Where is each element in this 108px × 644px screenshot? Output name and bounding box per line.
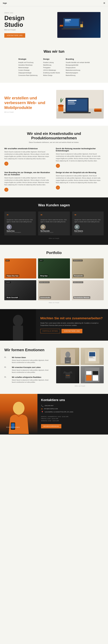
portfolio-item-6[interactable]: WEB-DESIGN Persönliche Website (72, 280, 104, 300)
portfolio-item-1[interactable]: APP Happy Day-App (4, 258, 36, 278)
svg-text:Fashion: Fashion (66, 361, 70, 362)
services-title: Was wir tun (4, 49, 104, 54)
portfolio-item-5[interactable]: WEB-DESIGN Innensstudio (38, 280, 70, 300)
svg-line-10 (82, 21, 82, 24)
erstellen-text: Wir erstellen und verbessern Web- und Mo… (4, 96, 52, 113)
formen-step-3: 03. Wir schaffen erfolgreiche Realitäten… (4, 376, 52, 383)
svg-rect-12 (60, 25, 63, 26)
cta-text: Simple Text. Lorem ipsum dolor sit amet,… (40, 322, 104, 326)
svg-rect-4 (65, 20, 71, 20)
svg-rect-24 (63, 112, 91, 113)
portfolio-thumb-4: SHOP Mode Geschäft (4, 280, 36, 300)
kreativ-item-1: Wir erschaffen emotionale Erlebnisse Sit… (4, 148, 52, 168)
portfolio-name-2: Berg-App (39, 274, 48, 277)
contact-address: 📍 ALEJANDRIN, S1 MANHATTAN-STR.,STL 2103… (41, 411, 104, 413)
svg-rect-28 (94, 110, 101, 111)
contact-person-svg: We are a Web Design Agency (0, 394, 37, 434)
cta-contact-button[interactable]: KONTAKTIERE UNS (62, 329, 82, 333)
svg-line-9 (81, 21, 81, 24)
avatar-nat: N (40, 224, 46, 230)
portfolio-label-3: WEBDESIGN (73, 260, 83, 262)
service-col-branding-list: Visuelle Identität und verbale Identität… (66, 62, 90, 76)
list-item: Markenkennzeichnung (66, 69, 90, 71)
svg-rect-20 (68, 100, 76, 101)
list-item: Visuelle Identität und verbale Identität (66, 62, 90, 64)
navigation: logo ≡ (0, 0, 108, 6)
svg-rect-14 (60, 26, 63, 27)
portfolio-thumb-3: WEBDESIGN Rezeptseite (72, 258, 104, 278)
svg-rect-48 (93, 375, 98, 381)
directions-button[interactable]: WEGBESCHREIBUNG (41, 424, 61, 428)
portfolio-label-1: APP (6, 260, 10, 262)
portfolio-grid: APP Happy Day-App APP Berg-App WEBDESIGN… (4, 258, 104, 300)
step-text-3: Sitzem faucet ut placerat et nulla portt… (12, 379, 52, 383)
erstellen-image (56, 90, 104, 118)
erstellen-title: Wir erstellen und verbessern Web- und Mo… (4, 96, 52, 110)
step-content-1: Wir formen Ideen Sitzem faucet ut placer… (12, 356, 52, 364)
quote-icon-3: " (74, 214, 101, 218)
portfolio-label-5: WEB-DESIGN (39, 281, 49, 283)
list-item: Conversion-Rate-Optimierung (18, 74, 37, 76)
svg-rect-6 (65, 22, 70, 22)
kreativ-subtitle: Diese Grundwerte definieren, wer wir sin… (4, 142, 104, 143)
cta-image (0, 309, 36, 340)
list-item: Interaktive Workshops (18, 64, 37, 66)
svg-rect-22 (68, 103, 76, 104)
erstellen-section: Wir erstellen und verbessern Web- und Mo… (0, 83, 108, 126)
service-col-design-list: Kreative Leitung Markführung Preisgaben … (43, 62, 60, 76)
portfolio-thumb-2: APP Berg-App (38, 258, 70, 278)
portfolio-label-6: WEB-DESIGN (73, 281, 83, 283)
formen-image-2 (80, 348, 104, 365)
portfolio-thumb-5: WEB-DESIGN Innensstudio (38, 280, 70, 300)
formen-text: Wir formen Emotionen 01. Wir formen Idee… (4, 348, 52, 387)
formen-image-3: STUDIO (56, 366, 79, 383)
portfolio-item-2[interactable]: APP Berg-App (38, 258, 70, 278)
svg-rect-23 (68, 104, 75, 105)
portfolio-name-6: Persönliche Website (73, 296, 90, 299)
formen-section: Wir formen Emotionen 01. Wir formen Idee… (0, 340, 108, 394)
portfolio-name-1: Happy Day-App (6, 274, 19, 277)
service-col-design-heading: Design (43, 58, 60, 60)
service-col-strategie-heading: Strategie (18, 58, 37, 60)
hamburger-icon[interactable]: ≡ (103, 2, 105, 5)
kreativ-item-1-text: Sitzem faucet ut placerat et nulla portt… (4, 151, 52, 160)
formen-step-2: 02. Wir erwecken Konzepte zum Leben Sitz… (4, 366, 52, 374)
location-icon: 📍 (41, 411, 43, 413)
list-item: Markführung (43, 64, 60, 66)
svg-point-50 (13, 402, 24, 415)
cta-buttons: PORTFOLIO ÖFFNEN KONTAKTIERE UNS (40, 329, 104, 333)
portfolio-item-3[interactable]: WEBDESIGN Rezeptseite (72, 258, 104, 278)
kreativ-icon-4: → (56, 186, 60, 190)
portfolio-label-4: SHOP (6, 281, 11, 283)
testimonial-name-3: Bob Roberts (74, 230, 101, 232)
kreativ-icon-2: → (56, 164, 60, 168)
hero-cta-button[interactable]: KONTAKTIERE UNS (4, 33, 25, 38)
hero-text: ÜBER UNS Design Studio Bild von Freepik … (4, 12, 54, 38)
step-content-3: Wir schaffen erfolgreiche Realitäten Sit… (12, 376, 52, 383)
formen-steps: 01. Wir formen Ideen Sitzem faucet ut pl… (4, 356, 52, 383)
svg-rect-21 (68, 102, 74, 102)
email-icon: ✉ (41, 408, 43, 410)
hero-section: ÜBER UNS Design Studio Bild von Freepik … (0, 6, 108, 44)
formen-step-1: 01. Wir formen Ideen Sitzem faucet ut pl… (4, 356, 52, 364)
kreativ-item-1-title: Wir erschaffen emotionale Erlebnisse (4, 148, 52, 150)
portfolio-section: Portfolio APP Happy Day-App APP Berg-App… (0, 245, 108, 309)
hero-laptop-svg (57, 12, 86, 31)
testimonial-text-2: Sample text. Click to select the text bo… (40, 219, 67, 223)
portfolio-img-label: Bilder von Freepik (4, 302, 104, 304)
hero-label: ÜBER UNS (4, 12, 54, 14)
branding-svg (85, 368, 99, 382)
list-item: Kreative Leitung (43, 62, 60, 64)
contact-title: Kontaktiere uns (41, 398, 104, 402)
testimonial-role-3: VERWALTER (74, 232, 101, 233)
testimonials-grid: " Sample text. Click to select the text … (4, 212, 104, 236)
portfolio-open-button[interactable]: PORTFOLIO ÖFFNEN (40, 329, 60, 333)
portfolio-thumb-1: APP Happy Day-App (4, 258, 36, 278)
cta-content: Möchten Sie mit uns zusammenarbeiten? Si… (36, 312, 108, 338)
svg-rect-45 (86, 371, 92, 375)
portfolio-item-4[interactable]: SHOP Mode Geschäft (4, 280, 36, 300)
svg-point-31 (13, 315, 23, 326)
kreativ-grid: Wir erschaffen emotionale Erlebnisse Sit… (4, 148, 104, 192)
step-number-1: 01. (4, 356, 10, 364)
contact-hours: MONTAG - DONNERSTAG: 10:00 - 20:00 UHR F… (41, 416, 104, 422)
